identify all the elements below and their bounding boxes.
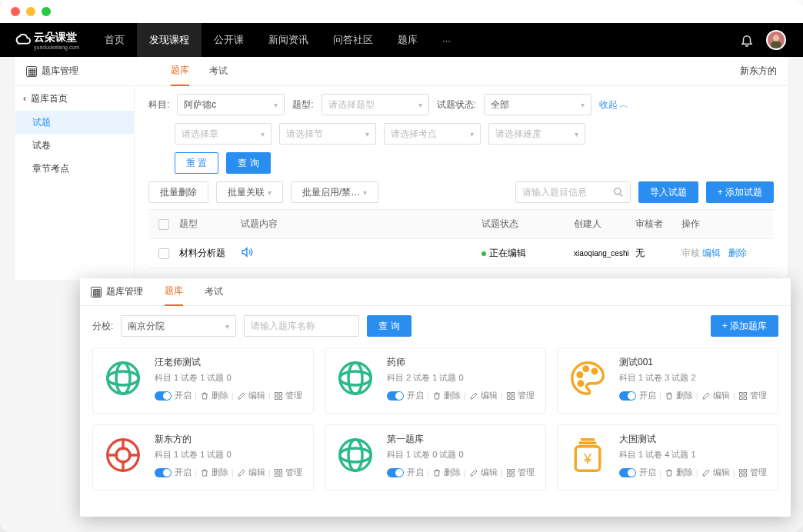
bank-card-meta: 科目 1 试卷 1 试题 0 (155, 372, 305, 384)
bank-card-title: 新东方的 (155, 433, 305, 446)
maximize-window-icon[interactable] (42, 7, 51, 16)
card-delete[interactable]: 删除 (665, 390, 693, 401)
tab-exam[interactable]: 考试 (209, 57, 228, 86)
nav-home[interactable]: 首页 (92, 23, 137, 57)
svg-point-3 (116, 363, 130, 394)
overlay-tab-bank[interactable]: 题库 (165, 278, 183, 306)
difficulty-select[interactable]: 请选择难度▾ (488, 123, 585, 145)
bank-card[interactable]: ¥大国测试科目 1 试卷 4 试题 1开启|删除|编辑|管理 (557, 424, 778, 490)
subject-select[interactable]: 阿萨德c▾ (177, 94, 285, 115)
bank-card[interactable]: 第一题库科目 1 试卷 0 试题 0开启|删除|编辑|管理 (325, 424, 546, 490)
card-edit[interactable]: 编辑 (237, 467, 265, 478)
card-manage[interactable]: 管理 (506, 390, 535, 401)
filter-content: 科目: 阿萨德c▾ 题型: 请选择题型▾ 试题状态: 全部▾ 收起︿ 请选择章▾… (135, 86, 788, 280)
nav-more[interactable]: ··· (430, 23, 463, 57)
card-manage[interactable]: 管理 (274, 467, 302, 478)
toggle-on[interactable] (619, 468, 636, 477)
card-edit[interactable]: 编辑 (469, 390, 498, 401)
search-input[interactable]: 请输入题目信息 (515, 181, 631, 203)
panel-subheader: ▦题库管理 题库 考试 新东方的 (15, 57, 788, 86)
overlay-query-button[interactable]: 查 询 (367, 315, 411, 337)
card-manage[interactable]: 管理 (738, 467, 767, 478)
point-select[interactable]: 请选择考点▾ (384, 123, 481, 145)
card-delete[interactable]: 删除 (200, 390, 228, 401)
bank-card-icon (101, 356, 145, 401)
add-question-button[interactable]: + 添加试题 (706, 181, 774, 203)
sidebar-item-papers[interactable]: 试卷 (15, 134, 134, 157)
op-edit[interactable]: 编辑 (702, 248, 721, 258)
bank-card[interactable]: 新东方的科目 1 试卷 1 试题 0开启|删除|编辑|管理 (92, 424, 314, 490)
select-all-checkbox[interactable] (158, 219, 169, 230)
svg-rect-41 (744, 474, 747, 477)
nav-discover-courses[interactable]: 发现课程 (137, 23, 202, 57)
svg-point-16 (584, 367, 588, 371)
svg-rect-13 (507, 397, 510, 400)
svg-rect-35 (511, 474, 515, 477)
svg-point-17 (592, 369, 597, 374)
brand-logo[interactable]: 云朵课堂 yunduoketang.com (0, 31, 92, 50)
card-manage[interactable]: 管理 (738, 390, 767, 401)
bank-card[interactable]: 汪老师测试科目 1 试卷 1 试题 0开启|删除|编辑|管理 (92, 347, 314, 414)
op-review[interactable]: 审核 (681, 248, 700, 258)
tab-bank[interactable]: 题库 (171, 57, 189, 86)
chevron-up-icon: ︿ (619, 98, 628, 111)
toggle-on[interactable] (619, 391, 636, 401)
sidebar-item-chapters[interactable]: 章节考点 (15, 157, 134, 180)
cell-creator: xiaoqiang_ceshi (574, 249, 635, 258)
branch-select[interactable]: 南京分院▾ (121, 315, 236, 337)
card-edit[interactable]: 编辑 (701, 390, 730, 401)
status-select[interactable]: 全部▾ (484, 94, 591, 115)
nav-qa[interactable]: 问答社区 (321, 23, 385, 57)
toggle-on[interactable] (387, 468, 404, 477)
card-manage[interactable]: 管理 (506, 467, 535, 478)
bank-card[interactable]: 测试001科目 1 试卷 3 试题 2开启|删除|编辑|管理 (557, 347, 778, 414)
svg-rect-39 (744, 469, 747, 472)
add-bank-button[interactable]: + 添加题库 (711, 315, 778, 337)
chevron-down-icon: ▾ (274, 101, 278, 109)
overlay-tab-exam[interactable]: 考试 (205, 278, 223, 306)
nav-bank[interactable]: 题库 (385, 23, 430, 57)
batch-enable-button[interactable]: 批量启用/禁… ▾ (291, 181, 378, 203)
row-checkbox[interactable] (158, 248, 169, 259)
chevron-down-icon: ▾ (581, 101, 585, 109)
batch-relate-button[interactable]: 批量关联 ▾ (216, 181, 283, 203)
reset-button[interactable]: 重 置 (175, 152, 218, 174)
query-button[interactable]: 查 询 (226, 152, 270, 174)
nav-open-class[interactable]: 公开课 (202, 23, 256, 57)
import-button[interactable]: 导入试题 (638, 181, 698, 203)
svg-rect-20 (744, 392, 747, 395)
bank-card-ops: 开启|删除|编辑|管理 (155, 467, 305, 478)
svg-rect-40 (739, 474, 742, 477)
card-edit[interactable]: 编辑 (701, 467, 730, 478)
sidebar-back[interactable]: ‹题库首页 (15, 86, 134, 111)
close-window-icon[interactable] (11, 7, 20, 16)
bank-card[interactable]: 药师科目 2 试卷 1 试题 0开启|删除|编辑|管理 (325, 347, 546, 414)
card-delete[interactable]: 删除 (665, 467, 693, 478)
toggle-on[interactable] (387, 391, 404, 401)
table-row: 材料分析题 正在编辑 xiaoqiang_ceshi 无 审核 编辑 删除 (148, 239, 774, 268)
sidebar-item-questions[interactable]: 试题 (15, 111, 134, 134)
section-select[interactable]: 请选择节▾ (279, 123, 376, 145)
bank-name-input[interactable]: 请输入题库名称 (244, 315, 359, 337)
svg-rect-6 (275, 397, 278, 400)
user-avatar[interactable] (766, 30, 786, 50)
collapse-link[interactable]: 收起︿ (599, 98, 628, 111)
card-delete[interactable]: 删除 (432, 390, 461, 401)
bank-card-meta: 科目 1 试卷 0 试题 0 (387, 449, 538, 461)
type-select[interactable]: 请选择题型▾ (322, 94, 429, 115)
bell-icon[interactable] (740, 33, 754, 47)
batch-delete-button[interactable]: 批量删除 (148, 181, 208, 203)
chapter-select[interactable]: 请选择章▾ (175, 123, 272, 145)
minimize-window-icon[interactable] (26, 7, 35, 16)
bank-card-icon: ¥ (565, 433, 610, 477)
card-manage[interactable]: 管理 (274, 390, 302, 401)
nav-news[interactable]: 新闻资讯 (256, 23, 321, 57)
toggle-on[interactable] (155, 391, 172, 401)
card-delete[interactable]: 删除 (432, 467, 461, 478)
op-delete[interactable]: 删除 (728, 248, 747, 258)
toggle-on[interactable] (155, 468, 172, 477)
cell-content (241, 246, 481, 261)
card-edit[interactable]: 编辑 (469, 467, 498, 478)
card-delete[interactable]: 删除 (200, 467, 228, 478)
card-edit[interactable]: 编辑 (237, 390, 265, 401)
